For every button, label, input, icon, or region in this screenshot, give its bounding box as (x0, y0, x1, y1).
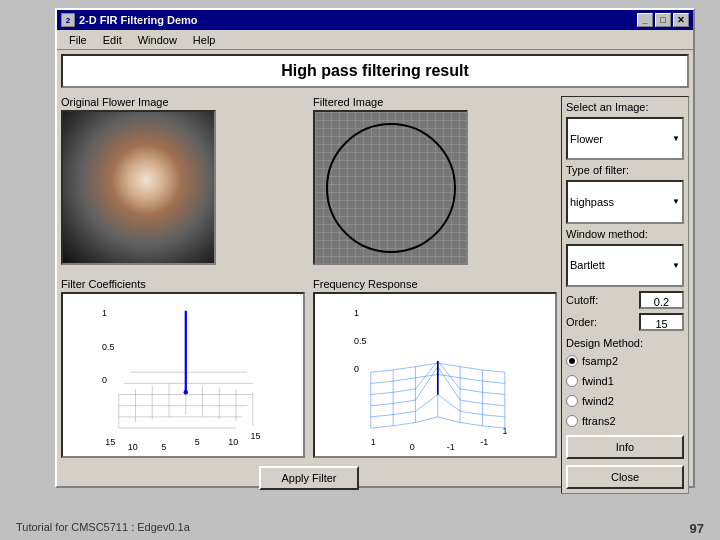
main-content: Original Flower Image Filtered Image (57, 92, 693, 498)
svg-text:15: 15 (251, 431, 261, 441)
svg-text:0.5: 0.5 (102, 342, 114, 352)
filtered-label: Filtered Image (313, 96, 557, 108)
radio-btn-fsamp2[interactable] (566, 355, 578, 367)
status-bar: Tutorial for CMSC5711 : Edgev0.1a 97 (0, 521, 720, 536)
svg-text:0: 0 (354, 364, 359, 374)
radio-label-ftrans2: ftrans2 (582, 415, 616, 427)
svg-text:-1: -1 (480, 437, 488, 447)
radio-btn-fwind2[interactable] (566, 395, 578, 407)
cutoff-label: Cutoff: (566, 294, 598, 306)
menu-edit[interactable]: Edit (95, 32, 130, 48)
filtered-image-container (313, 110, 468, 265)
close-button-title[interactable]: ✕ (673, 13, 689, 27)
cutoff-input[interactable]: 0.2 (639, 291, 684, 309)
type-dropdown-arrow: ▼ (672, 197, 680, 206)
svg-text:0: 0 (410, 442, 415, 452)
window-dropdown-value: Bartlett (570, 259, 605, 271)
type-filter-label: Type of filter: (566, 164, 684, 176)
apply-filter-button[interactable]: Apply Filter (259, 466, 359, 490)
radio-btn-fwind1[interactable] (566, 375, 578, 387)
window-icon: 2 (61, 13, 75, 27)
freq-response-panel: Frequency Response 1 0.5 0 1 0 -1 -1 1 (313, 278, 557, 458)
minimize-button[interactable]: _ (637, 13, 653, 27)
original-label: Original Flower Image (61, 96, 305, 108)
svg-text:10: 10 (228, 437, 238, 447)
close-button[interactable]: Close (566, 465, 684, 489)
svg-text:15: 15 (105, 437, 115, 447)
radio-label-fwind1: fwind1 (582, 375, 614, 387)
svg-text:0.5: 0.5 (354, 336, 366, 346)
menu-help[interactable]: Help (185, 32, 224, 48)
main-window: 2 2-D FIR Filtering Demo _ □ ✕ File Edit… (55, 8, 695, 488)
radio-fwind1[interactable]: fwind1 (566, 373, 684, 389)
filter-coeff-label: Filter Coefficients (61, 278, 305, 290)
svg-text:0: 0 (102, 375, 107, 385)
top-row: Original Flower Image Filtered Image (61, 96, 557, 274)
tutorial-text: Tutorial for CMSC5711 : Edgev0.1a (16, 521, 190, 536)
order-label: Order: (566, 316, 597, 328)
type-dropdown[interactable]: highpass ▼ (566, 180, 684, 223)
right-panel: Select an Image: Flower ▼ Type of filter… (561, 96, 689, 494)
window-method-label: Window method: (566, 228, 684, 240)
svg-text:10: 10 (128, 442, 138, 452)
design-method-label: Design Method: (566, 337, 684, 349)
notification-bar: High pass filtering result (61, 54, 689, 88)
svg-text:1: 1 (354, 308, 359, 318)
title-bar: 2 2-D FIR Filtering Demo _ □ ✕ (57, 10, 693, 30)
select-image-label: Select an Image: (566, 101, 684, 113)
image-dropdown[interactable]: Flower ▼ (566, 117, 684, 160)
flower-image (63, 112, 214, 263)
bottom-row: Filter Coefficients 1 0.5 0 15 10 5 5 10 (61, 278, 557, 458)
filter-coeff-panel: Filter Coefficients 1 0.5 0 15 10 5 5 10 (61, 278, 305, 458)
svg-text:5: 5 (195, 437, 200, 447)
radio-ftrans2[interactable]: ftrans2 (566, 413, 684, 429)
window-dropdown[interactable]: Bartlett ▼ (566, 244, 684, 287)
filtered-image-panel: Filtered Image (313, 96, 557, 274)
left-center-panel: Original Flower Image Filtered Image (61, 96, 557, 494)
freq-response-label: Frequency Response (313, 278, 557, 290)
svg-text:1: 1 (371, 437, 376, 447)
radio-fwind2[interactable]: fwind2 (566, 393, 684, 409)
radio-btn-ftrans2[interactable] (566, 415, 578, 427)
original-image-panel: Original Flower Image (61, 96, 305, 274)
filter-coeff-plot: 1 0.5 0 15 10 5 5 10 15 (61, 292, 305, 458)
radio-label-fsamp2: fsamp2 (582, 355, 618, 367)
maximize-button[interactable]: □ (655, 13, 671, 27)
radio-label-fwind2: fwind2 (582, 395, 614, 407)
window-dropdown-arrow: ▼ (672, 261, 680, 270)
order-row: Order: 15 (566, 313, 684, 331)
type-dropdown-value: highpass (570, 196, 614, 208)
svg-text:1: 1 (102, 308, 107, 318)
menu-window[interactable]: Window (130, 32, 185, 48)
image-dropdown-value: Flower (570, 133, 603, 145)
page-number: 97 (690, 521, 704, 536)
info-button[interactable]: Info (566, 435, 684, 459)
image-dropdown-arrow: ▼ (672, 134, 680, 143)
order-input[interactable]: 15 (639, 313, 684, 331)
svg-text:-1: -1 (447, 442, 455, 452)
svg-text:5: 5 (161, 442, 166, 452)
cutoff-row: Cutoff: 0.2 (566, 291, 684, 309)
freq-response-plot: 1 0.5 0 1 0 -1 -1 1 (313, 292, 557, 458)
radio-fsamp2[interactable]: fsamp2 (566, 353, 684, 369)
window-title: 2-D FIR Filtering Demo (79, 14, 198, 26)
menu-bar: File Edit Window Help (57, 30, 693, 50)
svg-point-25 (184, 390, 188, 394)
filtered-image (313, 110, 468, 265)
title-bar-controls: _ □ ✕ (637, 13, 689, 27)
menu-file[interactable]: File (61, 32, 95, 48)
original-image-box (61, 110, 216, 265)
